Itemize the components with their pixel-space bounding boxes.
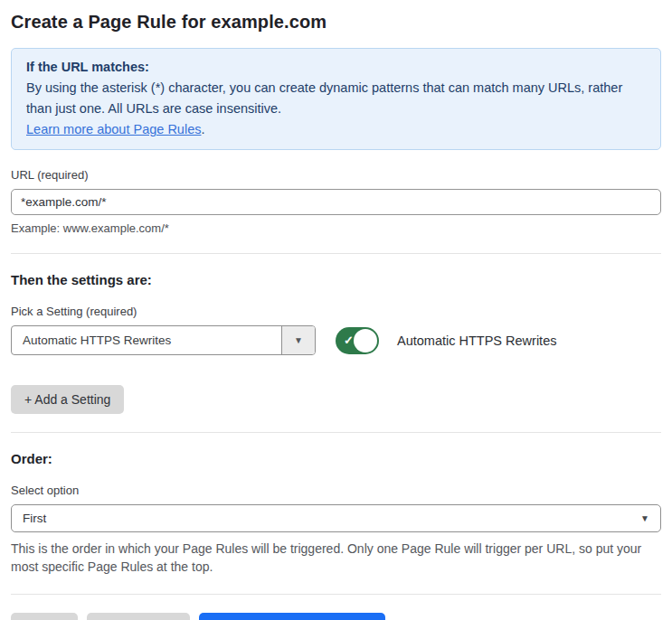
learn-more-link[interactable]: Learn more about Page Rules <box>26 122 201 136</box>
setting-select-arrow-button[interactable]: ▼ <box>281 326 315 354</box>
divider <box>11 253 661 254</box>
divider <box>11 432 661 433</box>
order-select[interactable]: First ▼ <box>11 504 661 532</box>
setting-toggle[interactable]: ✓ <box>336 327 379 354</box>
footer-actions: Cancel Save as Draft Save and Deploy Pag… <box>11 613 661 620</box>
toggle-knob <box>354 329 377 352</box>
create-page-rule-form: Create a Page Rule for example.com If th… <box>0 0 672 620</box>
pick-setting-label: Pick a Setting (required) <box>11 305 661 318</box>
order-select-value: First <box>23 512 46 525</box>
cancel-button[interactable]: Cancel <box>11 613 78 620</box>
caret-down-icon: ▼ <box>640 513 649 523</box>
info-box-heading: If the URL matches: <box>26 57 646 78</box>
order-select-label: Select option <box>11 484 661 497</box>
add-setting-button[interactable]: + Add a Setting <box>11 385 124 414</box>
url-field-label: URL (required) <box>11 168 661 182</box>
settings-section-heading: Then the settings are: <box>11 272 661 287</box>
setting-select[interactable]: Automatic HTTPS Rewrites ▼ <box>11 325 316 355</box>
url-matches-info-box: If the URL matches: By using the asteris… <box>11 48 661 150</box>
url-input[interactable] <box>11 189 661 215</box>
url-helper-text: Example: www.example.com/* <box>11 221 661 235</box>
info-box-description: By using the asterisk (*) character, you… <box>26 78 646 140</box>
order-section-heading: Order: <box>11 451 661 466</box>
save-as-draft-button[interactable]: Save as Draft <box>87 613 191 620</box>
link-suffix: . <box>201 122 204 136</box>
setting-row: Automatic HTTPS Rewrites ▼ ✓ Automatic H… <box>11 325 661 355</box>
save-and-deploy-button[interactable]: Save and Deploy Page Rule <box>199 613 385 620</box>
toggle-label: Automatic HTTPS Rewrites <box>397 333 556 348</box>
order-help-text: This is the order in which your Page Rul… <box>11 540 661 576</box>
caret-down-icon: ▼ <box>294 335 303 345</box>
divider <box>11 594 661 595</box>
page-title: Create a Page Rule for example.com <box>11 12 661 33</box>
setting-select-value: Automatic HTTPS Rewrites <box>12 326 281 354</box>
checkmark-icon: ✓ <box>344 333 354 347</box>
